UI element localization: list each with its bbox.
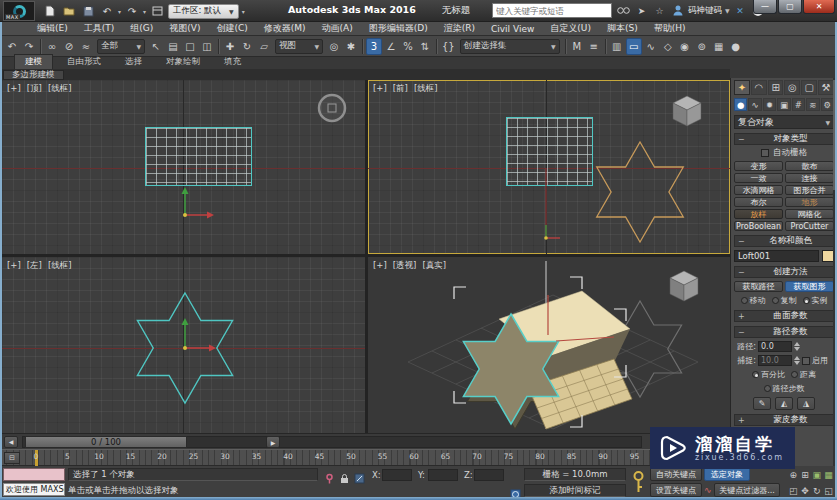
orbit-gizmo-icon[interactable] — [319, 95, 345, 121]
menu-item[interactable]: 帮助(H) — [647, 22, 693, 35]
geometry-category-icon[interactable]: ● — [734, 98, 747, 111]
select-and-move-icon[interactable]: ✚ — [222, 38, 238, 55]
selection-filter-dropdown[interactable]: 全部▼ — [97, 39, 145, 54]
spinner-icon[interactable] — [794, 356, 800, 365]
unlink-selection-icon[interactable]: ⊘ — [61, 38, 77, 55]
viewcube-icon[interactable] — [673, 96, 701, 126]
menu-item[interactable]: 组(G) — [123, 22, 160, 35]
set-key-button[interactable]: 设置关键点 — [650, 483, 702, 497]
qat-overflow-icon[interactable]: ▾ — [242, 8, 245, 15]
viewport-shading[interactable]: [线框] — [48, 260, 72, 272]
pick-shape-icon[interactable]: ✎ — [753, 397, 771, 410]
systems-category-icon[interactable]: ⚙ — [821, 98, 834, 111]
menu-item[interactable]: 动画(A) — [315, 22, 360, 35]
viewport-name[interactable]: [前] — [393, 83, 408, 95]
object-type-button[interactable]: 放样 — [734, 209, 783, 219]
path-value-field[interactable] — [758, 341, 792, 352]
graphite-ribbon-toggle-icon[interactable]: ▭ — [626, 38, 642, 55]
select-object-icon[interactable]: ↖ — [148, 38, 164, 55]
menu-item[interactable]: 图形编辑器(D) — [362, 22, 435, 35]
sign-in-user-icon[interactable] — [670, 3, 685, 18]
search-arrow-icon[interactable]: ➤ — [634, 3, 649, 18]
toggle-scene-explorer-icon[interactable]: ▥ — [609, 38, 625, 55]
cameras-category-icon[interactable]: ▣ — [777, 98, 790, 111]
window-crossing-toggle-icon[interactable]: ◫ — [199, 38, 215, 55]
rendered-frame-window-icon[interactable]: ▦ — [711, 38, 727, 55]
spinner-snap-toggle-icon[interactable]: ⇅ — [417, 38, 433, 55]
rollout-creation-method[interactable]: − 创建方法 — [734, 266, 834, 278]
rollout-skin-parameters[interactable]: + 蒙皮参数 — [734, 414, 834, 426]
username-label[interactable]: 码神键码 — [688, 5, 722, 17]
copy-radio[interactable]: 复制 — [772, 295, 797, 306]
auto-key-button[interactable]: 自动关键点 — [650, 467, 702, 481]
y-coordinate-field[interactable] — [428, 469, 458, 481]
minimize-button[interactable]: — — [753, 0, 777, 14]
loft-object[interactable] — [463, 291, 632, 429]
angle-snap-toggle-icon[interactable]: ∠ — [383, 38, 399, 55]
viewport-perspective[interactable]: [+] [透视] [真实] — [368, 257, 730, 433]
render-production-icon[interactable]: ● — [728, 38, 744, 55]
get-shape-button[interactable]: 获取图形 — [785, 281, 834, 292]
snaps-toggle-3d-icon[interactable]: 3 — [366, 38, 382, 55]
viewport-name[interactable]: [透视] — [393, 260, 417, 272]
menu-item[interactable]: 修改器(M) — [257, 22, 313, 35]
object-type-button[interactable]: 一致 — [734, 173, 783, 183]
maximize-button[interactable]: ▢ — [778, 0, 802, 14]
undo-icon[interactable]: ↶ — [4, 38, 20, 55]
workspace-icon[interactable] — [149, 4, 165, 19]
select-and-scale-icon[interactable]: ▱ — [256, 38, 272, 55]
material-editor-icon[interactable]: ◉ — [677, 38, 693, 55]
object-type-button[interactable]: 连接 — [785, 173, 834, 183]
viewport-top[interactable]: [+] [顶] [线框] — [2, 80, 365, 254]
rollout-surface-parameters[interactable]: + 曲面参数 — [734, 310, 834, 322]
align-icon[interactable]: ≡ — [586, 38, 602, 55]
add-time-tag[interactable]: 添加时间标记 — [524, 484, 626, 497]
ribbon-tab[interactable]: 对象绘制 — [156, 55, 210, 69]
viewport-shading[interactable]: [线框] — [48, 83, 72, 95]
save-file-icon[interactable] — [80, 4, 96, 19]
hierarchy-tab-icon[interactable]: ⊞ — [768, 80, 784, 95]
viewport-name[interactable]: [顶] — [27, 83, 42, 95]
viewport-menu-plus[interactable]: [+] — [373, 260, 387, 272]
pan-view-icon[interactable]: ✥ — [800, 483, 811, 498]
set-key-icon[interactable] — [632, 469, 645, 499]
application-menu-button[interactable]: MAX — [3, 1, 35, 21]
search-input[interactable] — [492, 3, 612, 18]
menu-item[interactable]: 编辑(E) — [30, 22, 75, 35]
maximize-viewport-toggle-icon[interactable]: ◱ — [823, 483, 834, 498]
reference-coordinate-system-dropdown[interactable]: 视图▼ — [275, 39, 323, 54]
isolate-selection-icon[interactable] — [324, 469, 335, 488]
selected-filter-dropdown[interactable]: 选定对象 — [704, 467, 750, 481]
menu-item[interactable]: 视图(V) — [162, 22, 207, 35]
next-shape-icon[interactable]: ◮ — [797, 397, 815, 410]
mirror-icon[interactable]: M — [569, 38, 585, 55]
zoom-region-icon[interactable]: ◰ — [788, 483, 799, 498]
workspace-dropdown[interactable]: 工作区: 默认▼ — [168, 4, 239, 19]
named-selection-sets-dropdown[interactable]: 创建选择集▼ — [460, 39, 560, 54]
open-file-icon[interactable] — [61, 4, 77, 19]
x-coordinate-field[interactable] — [382, 469, 412, 481]
space-warps-category-icon[interactable]: ≋ — [806, 98, 819, 111]
new-file-icon[interactable] — [42, 4, 58, 19]
display-tab-icon[interactable]: ▢ — [801, 80, 817, 95]
redo-icon[interactable]: ↷ — [21, 38, 37, 55]
object-type-button[interactable]: 地形 — [785, 197, 834, 207]
schematic-view-icon[interactable]: ◇ — [660, 38, 676, 55]
spinner-icon[interactable] — [794, 342, 800, 351]
polygon-modeling-panel-tab[interactable]: 多边形建模 — [3, 70, 64, 80]
percent-snap-toggle-icon[interactable]: % — [400, 38, 416, 55]
star-spline[interactable] — [597, 142, 684, 242]
autogrid-checkbox[interactable]: 自动栅格 — [734, 147, 834, 159]
select-and-link-icon[interactable]: ∞ — [44, 38, 60, 55]
zoom-extents-all-icon[interactable]: ▦ — [823, 467, 834, 482]
viewport-menu-plus[interactable]: [+] — [373, 83, 387, 95]
rollout-name-color[interactable]: − 名称和颜色 — [734, 235, 834, 247]
object-category-dropdown[interactable]: 复合对象 ▼ — [734, 115, 834, 129]
object-name-field[interactable] — [734, 250, 819, 262]
menu-item[interactable]: Civil View — [484, 24, 541, 34]
menu-item[interactable]: 脚本(S) — [600, 22, 645, 35]
motion-tab-icon[interactable]: ◎ — [784, 80, 800, 95]
ribbon-tab[interactable]: 建模 — [14, 54, 53, 69]
object-type-button[interactable]: 变形 — [734, 161, 783, 171]
render-setup-icon[interactable]: ⊚ — [694, 38, 710, 55]
